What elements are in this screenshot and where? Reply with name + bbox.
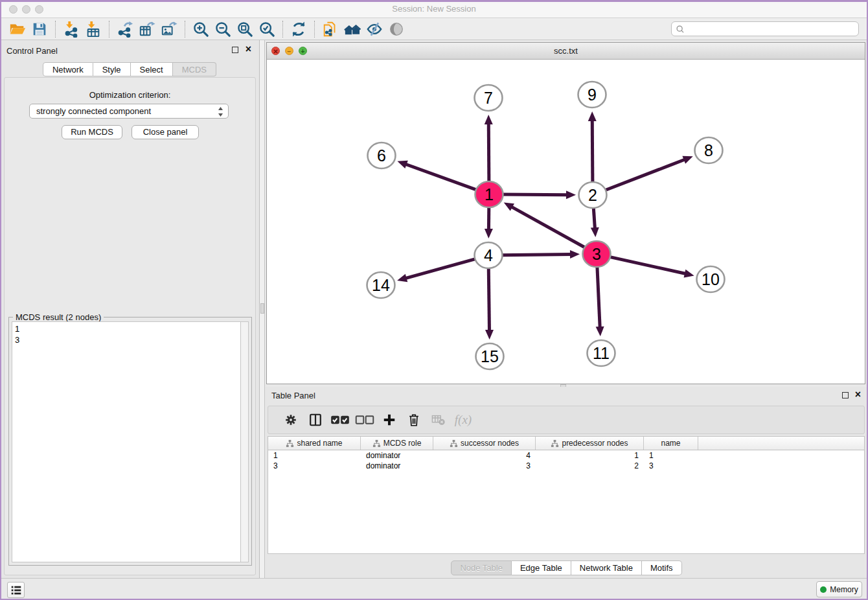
- new-network-from-selection-button[interactable]: [319, 19, 341, 39]
- mcds-result-text[interactable]: 1 3: [12, 321, 240, 562]
- tab-motifs[interactable]: Motifs: [642, 560, 682, 575]
- vertical-splitter-handle[interactable]: [260, 303, 264, 314]
- shared-column-icon: [372, 439, 381, 448]
- column-header-mcds-role[interactable]: MCDS role: [361, 437, 433, 450]
- mcds-result-title: MCDS result (2 nodes): [13, 312, 104, 322]
- select-all-columns-icon: [330, 413, 350, 427]
- function-builder-icon: f(x): [455, 413, 472, 427]
- import-table-icon: [85, 21, 102, 38]
- edge-3-10[interactable]: [608, 257, 686, 274]
- column-header-name[interactable]: name: [644, 437, 698, 450]
- status-menu-button[interactable]: [7, 582, 25, 598]
- table-panel-float-button[interactable]: [842, 392, 849, 398]
- cell-successor-nodes[interactable]: 4: [433, 450, 536, 461]
- import-network-button[interactable]: [60, 19, 82, 39]
- edge-3-1[interactable]: [511, 207, 586, 248]
- cell-shared-name[interactable]: 3: [268, 461, 361, 471]
- cell-successor-nodes[interactable]: 3: [433, 461, 536, 471]
- zoom-fit-button[interactable]: [234, 19, 256, 39]
- cell-predecessor-nodes[interactable]: 2: [536, 461, 644, 471]
- edge-2-3[interactable]: [593, 207, 595, 229]
- edge-arrow-4-14: [397, 274, 407, 283]
- tab-network-table[interactable]: Network Table: [571, 560, 642, 575]
- tab-select[interactable]: Select: [131, 62, 173, 76]
- graph-node-label-9: 9: [588, 86, 597, 104]
- edge-1-7[interactable]: [488, 123, 489, 183]
- window-title: Session: New Session: [0, 4, 868, 14]
- search-box[interactable]: [671, 21, 859, 36]
- select-all-columns-button[interactable]: [328, 410, 352, 430]
- cell-name[interactable]: 3: [644, 461, 698, 471]
- right-area: ✕ − + scc.txt 7968124314101511 Table Pan…: [265, 40, 868, 578]
- edge-1-2[interactable]: [501, 194, 567, 195]
- table-row-2[interactable]: 3dominator323: [268, 461, 864, 471]
- graph-node-label-6: 6: [377, 146, 386, 165]
- first-neighbors-button[interactable]: [341, 19, 363, 39]
- memory-button[interactable]: Memory: [816, 581, 862, 597]
- table-row-1[interactable]: 1dominator411: [268, 450, 864, 461]
- run-mcds-button[interactable]: Run MCDS: [62, 125, 122, 139]
- delete-columns-button[interactable]: [402, 410, 426, 430]
- graph-node-label-14: 14: [372, 276, 390, 294]
- zoom-out-icon: [214, 21, 231, 38]
- graph-node-label-8: 8: [704, 141, 713, 159]
- cell-predecessor-nodes[interactable]: 1: [536, 450, 644, 461]
- control-panel-float-button[interactable]: [232, 47, 238, 53]
- zoom-fit-icon: [236, 21, 253, 38]
- tab-mcds[interactable]: MCDS: [173, 62, 216, 76]
- save-session-button[interactable]: [29, 19, 51, 39]
- node-table-body: 1dominator4113dominator323: [268, 450, 864, 471]
- deselect-all-columns-button[interactable]: [352, 410, 377, 430]
- optimization-criterion-select[interactable]: strongly connected component: [29, 104, 229, 119]
- edge-4-3[interactable]: [500, 254, 571, 255]
- export-table-button[interactable]: [136, 19, 158, 39]
- tab-style[interactable]: Style: [93, 62, 131, 76]
- delete-columns-icon: [407, 413, 421, 427]
- refresh-view-button[interactable]: [288, 19, 310, 39]
- open-session-button[interactable]: [6, 19, 29, 39]
- table-mode-button[interactable]: [279, 410, 303, 430]
- import-table-button[interactable]: [82, 19, 104, 39]
- create-column-button[interactable]: [377, 410, 402, 430]
- close-panel-button[interactable]: Close panel: [131, 125, 199, 139]
- edge-4-15[interactable]: [488, 267, 489, 331]
- graph-node-label-4: 4: [484, 246, 493, 264]
- search-input[interactable]: [687, 25, 854, 34]
- edge-1-6[interactable]: [405, 164, 478, 190]
- tab-node-table[interactable]: Node Table: [451, 560, 512, 575]
- column-header-shared-name[interactable]: shared name: [268, 437, 361, 450]
- edge-3-11[interactable]: [597, 266, 600, 328]
- column-header-predecessor-nodes[interactable]: predecessor nodes: [536, 437, 644, 450]
- cell-name[interactable]: 1: [644, 450, 698, 461]
- export-image-button[interactable]: [158, 19, 180, 39]
- hide-selected-button[interactable]: [363, 19, 385, 39]
- zoom-out-button[interactable]: [212, 19, 234, 39]
- edge-arrow-4-3: [570, 250, 580, 259]
- network-canvas-svg[interactable]: 7968124314101511: [267, 60, 865, 384]
- tab-network[interactable]: Network: [43, 62, 93, 76]
- zoom-in-button[interactable]: [190, 19, 212, 39]
- export-network-button[interactable]: [114, 19, 136, 39]
- control-panel-header: Control Panel ×: [0, 40, 259, 60]
- table-panel-close-button[interactable]: ×: [855, 387, 861, 402]
- show-hide-columns-button[interactable]: [303, 410, 328, 430]
- zoom-selected-button[interactable]: [256, 19, 278, 39]
- cell-mcds-role[interactable]: dominator: [361, 461, 433, 471]
- edge-arrow-1-4: [485, 229, 493, 238]
- birdseye-view-button[interactable]: [385, 19, 407, 39]
- zoom-selected-icon: [258, 21, 275, 38]
- network-window-titlebar[interactable]: ✕ − + scc.txt: [267, 43, 865, 60]
- tab-edge-table[interactable]: Edge Table: [512, 560, 571, 575]
- delete-table-icon: [431, 413, 446, 427]
- cell-shared-name[interactable]: 1: [268, 450, 361, 461]
- edge-2-9[interactable]: [592, 120, 593, 183]
- vertical-splitter[interactable]: [260, 40, 265, 578]
- mcds-result-scrollbar[interactable]: [240, 321, 249, 562]
- control-panel-close-button[interactable]: ×: [246, 42, 251, 56]
- cell-mcds-role[interactable]: dominator: [361, 450, 433, 461]
- edge-4-14[interactable]: [405, 259, 477, 279]
- node-table: shared nameMCDS rolesuccessor nodesprede…: [268, 436, 865, 554]
- toolbar-separator: [314, 21, 315, 38]
- column-header-successor-nodes[interactable]: successor nodes: [433, 437, 536, 450]
- edge-2-8[interactable]: [604, 159, 685, 190]
